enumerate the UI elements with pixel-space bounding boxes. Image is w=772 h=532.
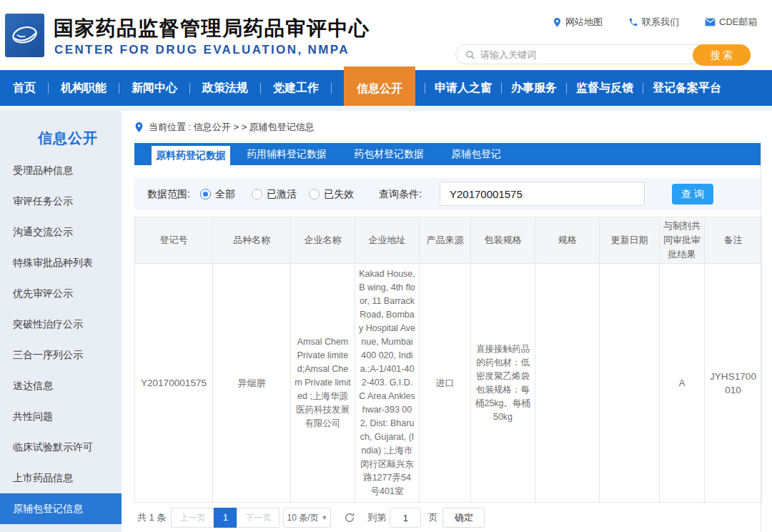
nav-separator — [331, 83, 332, 94]
col-package-spec: 包装规格 — [471, 217, 535, 264]
search-button[interactable]: 搜索 — [693, 44, 751, 66]
breadcrumb-pin-icon — [134, 122, 144, 133]
tab-packaging[interactable]: 药包材登记数据 — [343, 143, 435, 165]
search-bar: 搜索 — [455, 44, 751, 64]
tab-raw-aux-pack[interactable]: 原辅包登记 — [440, 143, 512, 165]
sidebar-item-delivery-info[interactable]: 送达信息 — [0, 370, 122, 401]
nav-separator — [189, 83, 190, 94]
col-company: 企业名称 — [291, 217, 355, 264]
sidebar-title: 信息公开 — [0, 111, 122, 148]
scope-label: 数据范围: — [147, 178, 190, 210]
breadcrumb: 当前位置 : 信息公开 > > 原辅包登记信息 — [134, 119, 315, 136]
content-right-border — [761, 141, 761, 532]
filter-bar: 数据范围: 全部 已激活 已失效 查询条件: 查询 — [134, 178, 761, 210]
sidebar-item-raw-material-registration[interactable]: 原辅包登记信息 — [0, 493, 122, 524]
nav-separator — [566, 83, 567, 94]
contact-link[interactable]: 联系我们 — [628, 16, 679, 29]
confirm-button[interactable]: 确定 — [442, 508, 485, 528]
goto-page-input[interactable] — [390, 508, 421, 528]
nav-item-party[interactable]: 党建工作 — [273, 70, 319, 106]
main-nav: 首页 机构职能 新闻中心 政策法规 党建工作 信息公开 申请人之窗 办事服务 监… — [0, 70, 772, 106]
table-row: Y20170001575 异烟肼 Amsal Chem Private limi… — [135, 264, 762, 503]
cell-company: Amsal Chem Private limited;Amsal Chem Pr… — [291, 264, 355, 503]
sidebar-item-priority-review[interactable]: 优先审评公示 — [0, 278, 122, 309]
nav-item-policy[interactable]: 政策法规 — [202, 70, 248, 106]
breadcrumb-text: 当前位置 : 信息公开 > > 原辅包登记信息 — [149, 121, 315, 134]
pagination-total: 共 1 条 — [137, 511, 166, 524]
sidebar-list: 受理品种信息 审评任务公示 沟通交流公示 特殊审批品种列表 优先审评公示 突破性… — [0, 155, 122, 524]
cell-joint-review: A — [660, 264, 705, 503]
nav-separator — [643, 83, 643, 94]
nav-item-info-disclosure[interactable]: 信息公开 — [344, 66, 415, 110]
page-size-select[interactable]: 10 条/页 ▼ — [283, 508, 331, 528]
sidebar-item-clinical-trial[interactable]: 临床试验默示许可 — [0, 432, 122, 463]
phone-icon — [628, 17, 638, 27]
nav-item-home[interactable]: 首页 — [13, 70, 36, 106]
pagination: 共 1 条 上一页 1 下一页 10 条/页 ▼ 到第 页 确定 — [134, 508, 485, 528]
data-tabs: 原料药登记数据 药用辅料登记数据 药包材登记数据 原辅包登记 — [134, 143, 761, 165]
cell-remark: JYHS1700010 — [705, 264, 762, 503]
sidebar-item-review-tasks[interactable]: 审评任务公示 — [0, 186, 122, 217]
chevron-down-icon: ▼ — [322, 514, 328, 521]
nav-item-supervision[interactable]: 监督与反馈 — [576, 70, 633, 106]
col-origin: 产品来源 — [420, 217, 471, 264]
query-label: 查询条件: — [379, 178, 422, 210]
nav-separator — [425, 83, 425, 94]
nav-item-services[interactable]: 办事服务 — [511, 70, 557, 106]
table-wrap: 登记号 品种名称 企业名称 企业地址 产品来源 包装规格 规格 更新日期 与制剂… — [134, 217, 761, 503]
site-title: 国家药品监督管理局药品审评中心 — [54, 15, 370, 42]
cell-spec — [535, 264, 600, 503]
search-input[interactable] — [480, 45, 688, 64]
radio-activated[interactable]: 已激活 — [252, 178, 297, 210]
cell-variety: 异烟肼 — [213, 264, 291, 503]
nav-item-registration-platform[interactable]: 登记备案平台 — [653, 70, 721, 106]
cell-origin: 进口 — [420, 264, 471, 503]
tab-excipients[interactable]: 药用辅料登记数据 — [236, 143, 337, 165]
table-header-row: 登记号 品种名称 企业名称 企业地址 产品来源 包装规格 规格 更新日期 与制剂… — [135, 217, 762, 264]
sidebar-item-special-approval[interactable]: 特殊审批品种列表 — [0, 247, 122, 278]
mail-link[interactable]: CDE邮箱 — [705, 16, 757, 29]
tab-raw-material[interactable]: 原料药登记数据 — [152, 146, 230, 170]
next-page-button[interactable]: 下一页 — [237, 508, 279, 528]
site-subtitle: CENTER FOR DRUG EVALUATION, NMPA — [54, 43, 350, 57]
nav-item-functions[interactable]: 机构职能 — [61, 70, 107, 106]
mail-icon — [705, 18, 716, 26]
search-icon — [465, 50, 475, 60]
location-pin-icon — [553, 17, 562, 28]
query-input[interactable] — [440, 182, 645, 206]
nav-item-applicant[interactable]: 申请人之窗 — [435, 70, 492, 106]
header-links: 网站地图 联系我们 CDE邮箱 — [553, 16, 757, 29]
sidebar-item-three-in-one[interactable]: 三合一序列公示 — [0, 340, 122, 370]
goto-label: 到第 — [367, 511, 386, 524]
col-reg-no: 登记号 — [135, 217, 213, 264]
sidebar-item-communication[interactable]: 沟通交流公示 — [0, 217, 122, 247]
logo-swoosh-icon — [9, 18, 41, 54]
nav-separator — [48, 83, 49, 94]
query-button[interactable]: 查询 — [672, 184, 713, 205]
nav-item-news[interactable]: 新闻中心 — [132, 70, 177, 106]
radio-all-icon — [200, 189, 211, 200]
nav-separator — [260, 83, 261, 94]
cell-address: Kakad House, B wing, 4th floor, 11 Barra… — [355, 264, 420, 503]
radio-expired[interactable]: 已失效 — [309, 178, 354, 210]
sidebar: 信息公开 受理品种信息 审评任务公示 沟通交流公示 特殊审批品种列表 优先审评公… — [0, 111, 122, 532]
sidebar-item-accepted-varieties[interactable]: 受理品种信息 — [0, 155, 122, 186]
col-spec: 规格 — [535, 217, 600, 264]
breadcrumb-divider — [134, 141, 761, 142]
cell-package-spec: 直接接触药品的药包材：低密度聚乙烯袋包装规格：每桶25kg。每桶50kg — [471, 264, 535, 503]
current-page-button[interactable]: 1 — [214, 508, 237, 528]
cell-reg-no: Y20170001575 — [135, 264, 213, 503]
sidebar-item-common-issues[interactable]: 共性问题 — [0, 401, 122, 432]
refresh-icon[interactable] — [344, 512, 355, 523]
cde-logo[interactable] — [5, 14, 44, 57]
sitemap-link[interactable]: 网站地图 — [553, 16, 603, 29]
nav-separator — [119, 83, 119, 94]
col-joint-review: 与制剂共同审批审批结果 — [660, 217, 705, 264]
prev-page-button[interactable]: 上一页 — [171, 508, 214, 528]
goto-unit: 页 — [428, 511, 437, 524]
nav-shadow — [0, 106, 772, 111]
col-variety: 品种名称 — [213, 217, 291, 264]
sidebar-item-marketed-drugs[interactable]: 上市药品信息 — [0, 463, 122, 493]
radio-all[interactable]: 全部 — [200, 178, 235, 210]
sidebar-item-breakthrough-therapy[interactable]: 突破性治疗公示 — [0, 309, 122, 340]
